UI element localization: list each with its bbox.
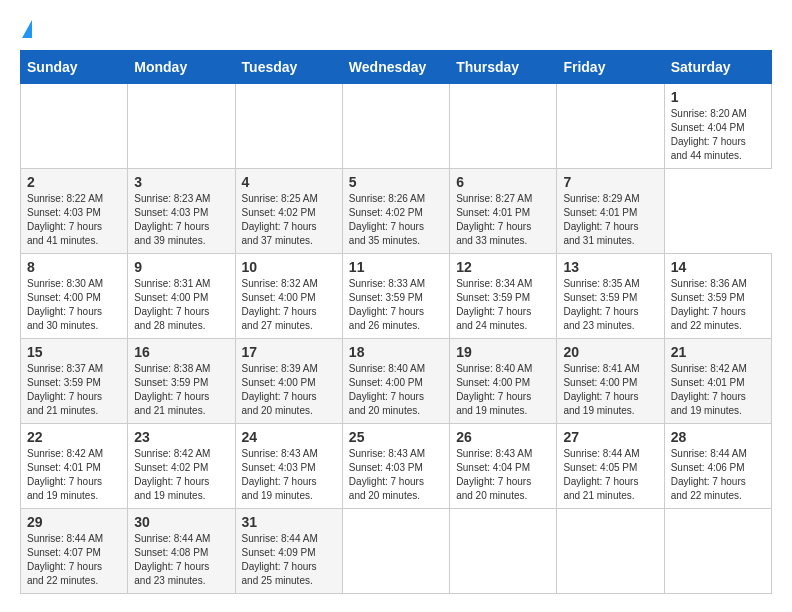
calendar-cell: 4Sunrise: 8:25 AMSunset: 4:02 PMDaylight… [235,169,342,254]
day-number: 11 [349,259,443,275]
calendar-cell [450,509,557,594]
day-info: Sunrise: 8:39 AMSunset: 4:00 PMDaylight:… [242,362,336,418]
calendar-cell: 22Sunrise: 8:42 AMSunset: 4:01 PMDayligh… [21,424,128,509]
calendar-cell: 21Sunrise: 8:42 AMSunset: 4:01 PMDayligh… [664,339,771,424]
day-info: Sunrise: 8:27 AMSunset: 4:01 PMDaylight:… [456,192,550,248]
calendar-table: SundayMondayTuesdayWednesdayThursdayFrid… [20,50,772,594]
calendar-cell: 18Sunrise: 8:40 AMSunset: 4:00 PMDayligh… [342,339,449,424]
calendar-cell: 31Sunrise: 8:44 AMSunset: 4:09 PMDayligh… [235,509,342,594]
day-number: 14 [671,259,765,275]
calendar-cell: 20Sunrise: 8:41 AMSunset: 4:00 PMDayligh… [557,339,664,424]
day-number: 17 [242,344,336,360]
day-info: Sunrise: 8:43 AMSunset: 4:03 PMDaylight:… [242,447,336,503]
day-info: Sunrise: 8:42 AMSunset: 4:02 PMDaylight:… [134,447,228,503]
calendar-cell: 16Sunrise: 8:38 AMSunset: 3:59 PMDayligh… [128,339,235,424]
day-info: Sunrise: 8:25 AMSunset: 4:02 PMDaylight:… [242,192,336,248]
day-info: Sunrise: 8:44 AMSunset: 4:09 PMDaylight:… [242,532,336,588]
calendar-cell: 12Sunrise: 8:34 AMSunset: 3:59 PMDayligh… [450,254,557,339]
calendar-cell: 29Sunrise: 8:44 AMSunset: 4:07 PMDayligh… [21,509,128,594]
day-info: Sunrise: 8:23 AMSunset: 4:03 PMDaylight:… [134,192,228,248]
calendar-cell: 6Sunrise: 8:27 AMSunset: 4:01 PMDaylight… [450,169,557,254]
calendar-cell: 11Sunrise: 8:33 AMSunset: 3:59 PMDayligh… [342,254,449,339]
day-number: 3 [134,174,228,190]
day-number: 30 [134,514,228,530]
header-monday: Monday [128,51,235,84]
calendar-cell [557,84,664,169]
day-info: Sunrise: 8:44 AMSunset: 4:08 PMDaylight:… [134,532,228,588]
calendar-cell: 25Sunrise: 8:43 AMSunset: 4:03 PMDayligh… [342,424,449,509]
calendar-cell [557,509,664,594]
day-info: Sunrise: 8:42 AMSunset: 4:01 PMDaylight:… [671,362,765,418]
day-info: Sunrise: 8:33 AMSunset: 3:59 PMDaylight:… [349,277,443,333]
day-number: 24 [242,429,336,445]
calendar-cell: 19Sunrise: 8:40 AMSunset: 4:00 PMDayligh… [450,339,557,424]
calendar-cell [21,84,128,169]
calendar-cell [342,509,449,594]
calendar-cell: 23Sunrise: 8:42 AMSunset: 4:02 PMDayligh… [128,424,235,509]
day-number: 27 [563,429,657,445]
calendar-header-row: SundayMondayTuesdayWednesdayThursdayFrid… [21,51,772,84]
day-info: Sunrise: 8:41 AMSunset: 4:00 PMDaylight:… [563,362,657,418]
day-number: 19 [456,344,550,360]
day-number: 21 [671,344,765,360]
day-number: 16 [134,344,228,360]
calendar-week-4: 15Sunrise: 8:37 AMSunset: 3:59 PMDayligh… [21,339,772,424]
day-info: Sunrise: 8:44 AMSunset: 4:06 PMDaylight:… [671,447,765,503]
day-number: 20 [563,344,657,360]
calendar-week-6: 29Sunrise: 8:44 AMSunset: 4:07 PMDayligh… [21,509,772,594]
calendar-cell: 8Sunrise: 8:30 AMSunset: 4:00 PMDaylight… [21,254,128,339]
calendar-week-3: 8Sunrise: 8:30 AMSunset: 4:00 PMDaylight… [21,254,772,339]
calendar-cell [342,84,449,169]
calendar-week-5: 22Sunrise: 8:42 AMSunset: 4:01 PMDayligh… [21,424,772,509]
calendar-cell: 5Sunrise: 8:26 AMSunset: 4:02 PMDaylight… [342,169,449,254]
day-number: 4 [242,174,336,190]
day-info: Sunrise: 8:20 AMSunset: 4:04 PMDaylight:… [671,107,765,163]
calendar-cell: 24Sunrise: 8:43 AMSunset: 4:03 PMDayligh… [235,424,342,509]
day-info: Sunrise: 8:42 AMSunset: 4:01 PMDaylight:… [27,447,121,503]
calendar-cell: 17Sunrise: 8:39 AMSunset: 4:00 PMDayligh… [235,339,342,424]
calendar-cell: 30Sunrise: 8:44 AMSunset: 4:08 PMDayligh… [128,509,235,594]
day-number: 2 [27,174,121,190]
day-number: 9 [134,259,228,275]
day-info: Sunrise: 8:44 AMSunset: 4:05 PMDaylight:… [563,447,657,503]
calendar-week-1: 1Sunrise: 8:20 AMSunset: 4:04 PMDaylight… [21,84,772,169]
calendar-cell: 14Sunrise: 8:36 AMSunset: 3:59 PMDayligh… [664,254,771,339]
day-number: 31 [242,514,336,530]
day-info: Sunrise: 8:35 AMSunset: 3:59 PMDaylight:… [563,277,657,333]
day-info: Sunrise: 8:44 AMSunset: 4:07 PMDaylight:… [27,532,121,588]
day-info: Sunrise: 8:43 AMSunset: 4:04 PMDaylight:… [456,447,550,503]
day-number: 28 [671,429,765,445]
day-info: Sunrise: 8:43 AMSunset: 4:03 PMDaylight:… [349,447,443,503]
header-friday: Friday [557,51,664,84]
day-info: Sunrise: 8:37 AMSunset: 3:59 PMDaylight:… [27,362,121,418]
day-number: 8 [27,259,121,275]
day-info: Sunrise: 8:38 AMSunset: 3:59 PMDaylight:… [134,362,228,418]
calendar-cell: 9Sunrise: 8:31 AMSunset: 4:00 PMDaylight… [128,254,235,339]
day-info: Sunrise: 8:30 AMSunset: 4:00 PMDaylight:… [27,277,121,333]
day-number: 23 [134,429,228,445]
calendar-cell [664,509,771,594]
day-number: 6 [456,174,550,190]
day-number: 22 [27,429,121,445]
day-info: Sunrise: 8:40 AMSunset: 4:00 PMDaylight:… [456,362,550,418]
day-info: Sunrise: 8:29 AMSunset: 4:01 PMDaylight:… [563,192,657,248]
calendar-week-2: 2Sunrise: 8:22 AMSunset: 4:03 PMDaylight… [21,169,772,254]
calendar-cell [450,84,557,169]
calendar-cell [235,84,342,169]
day-info: Sunrise: 8:22 AMSunset: 4:03 PMDaylight:… [27,192,121,248]
day-number: 10 [242,259,336,275]
calendar-cell: 15Sunrise: 8:37 AMSunset: 3:59 PMDayligh… [21,339,128,424]
header-sunday: Sunday [21,51,128,84]
day-number: 25 [349,429,443,445]
calendar-cell: 10Sunrise: 8:32 AMSunset: 4:00 PMDayligh… [235,254,342,339]
logo [20,20,32,34]
day-info: Sunrise: 8:34 AMSunset: 3:59 PMDaylight:… [456,277,550,333]
calendar-cell: 26Sunrise: 8:43 AMSunset: 4:04 PMDayligh… [450,424,557,509]
day-info: Sunrise: 8:32 AMSunset: 4:00 PMDaylight:… [242,277,336,333]
day-info: Sunrise: 8:31 AMSunset: 4:00 PMDaylight:… [134,277,228,333]
day-number: 18 [349,344,443,360]
calendar-cell: 7Sunrise: 8:29 AMSunset: 4:01 PMDaylight… [557,169,664,254]
day-info: Sunrise: 8:26 AMSunset: 4:02 PMDaylight:… [349,192,443,248]
day-number: 15 [27,344,121,360]
calendar-cell: 2Sunrise: 8:22 AMSunset: 4:03 PMDaylight… [21,169,128,254]
